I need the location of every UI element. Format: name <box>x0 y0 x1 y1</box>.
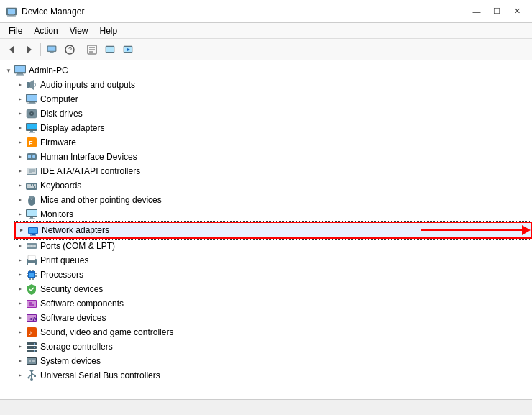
icon-audio <box>26 79 37 91</box>
chevron-ports[interactable] <box>14 240 26 252</box>
icon-softdev: </> <box>26 312 37 324</box>
tree-item-firmware[interactable]: FFirmware <box>14 135 532 150</box>
chevron-sysdev[interactable] <box>14 355 26 367</box>
close-button[interactable]: ✕ <box>508 5 526 18</box>
update-button[interactable] <box>101 42 119 58</box>
forward-icon <box>24 45 35 55</box>
chevron-print[interactable] <box>14 255 26 266</box>
svg-marker-43 <box>19 141 22 144</box>
chevron-network[interactable] <box>16 224 27 236</box>
chevron-sound[interactable] <box>14 327 26 338</box>
tree-item-sysdev[interactable]: System devices <box>14 354 532 368</box>
svg-rect-41 <box>30 131 33 132</box>
icon-sound: ♪ <box>26 327 37 338</box>
svg-rect-90 <box>29 273 34 277</box>
chevron-display[interactable] <box>14 122 26 134</box>
chevron-security[interactable] <box>14 283 26 295</box>
svg-rect-8 <box>50 51 53 52</box>
label-firmware: Firmware <box>40 137 76 147</box>
label-display: Display adapters <box>40 123 104 133</box>
scan-button[interactable] <box>119 42 137 58</box>
menu-help[interactable]: Help <box>94 24 124 37</box>
svg-marker-26 <box>19 83 22 86</box>
svg-rect-32 <box>29 102 35 104</box>
properties-button[interactable] <box>83 42 101 58</box>
tree-item-softdev[interactable]: </>Software devices <box>14 311 532 325</box>
tree-item-usb[interactable]: Universal Serial Bus controllers <box>14 368 532 383</box>
help-button[interactable]: ? <box>61 42 78 58</box>
tree-item-security[interactable]: Security devices <box>14 282 532 296</box>
svg-marker-88 <box>19 273 22 276</box>
back-button[interactable] <box>3 42 20 58</box>
tree-item-sound[interactable]: ♪Sound, video and game controllers <box>14 325 532 339</box>
chevron-usb[interactable] <box>14 370 26 381</box>
chevron-mice[interactable] <box>14 194 26 206</box>
svg-marker-56 <box>19 184 22 187</box>
chevron-storage[interactable] <box>14 341 26 352</box>
label-disk: Disk drives <box>40 109 83 119</box>
tree-item-print[interactable]: Print queues <box>14 253 532 268</box>
tree-item-monitors[interactable]: Monitors <box>14 207 532 222</box>
tree-item-computer[interactable]: Computer <box>14 92 532 106</box>
svg-point-49 <box>32 155 35 158</box>
chevron-audio[interactable] <box>14 79 26 91</box>
svg-point-131 <box>30 378 33 381</box>
svg-rect-122 <box>29 360 31 362</box>
chevron-hid[interactable] <box>14 151 26 163</box>
svg-text:?: ? <box>68 46 72 53</box>
label-print: Print queues <box>40 255 88 265</box>
tree-item-disk[interactable]: Disk drives <box>14 106 532 121</box>
minimize-button[interactable]: — <box>467 5 486 18</box>
menu-view[interactable]: View <box>64 24 94 37</box>
svg-marker-46 <box>19 155 22 158</box>
chevron-softdev[interactable] <box>14 312 26 324</box>
tree-item-ports[interactable]: Ports (COM & LPT) <box>14 239 532 253</box>
svg-rect-62 <box>27 186 29 188</box>
svg-rect-72 <box>30 217 33 219</box>
svg-rect-128 <box>34 375 36 377</box>
svg-marker-69 <box>19 213 22 216</box>
label-keyboards: Keyboards <box>40 181 81 191</box>
chevron-firmware[interactable] <box>14 137 26 148</box>
tree-item-audio[interactable]: Audio inputs and outputs <box>14 78 532 92</box>
tree-item-hid[interactable]: Human Interface Devices <box>14 150 532 164</box>
svg-rect-86 <box>28 255 35 260</box>
scan-icon <box>123 45 133 55</box>
svg-marker-126 <box>29 370 34 373</box>
forward-button[interactable] <box>21 42 38 58</box>
svg-rect-24 <box>17 73 23 75</box>
svg-rect-61 <box>34 184 36 186</box>
svg-marker-100 <box>19 302 22 305</box>
chevron-processors[interactable] <box>14 269 26 281</box>
svg-point-118 <box>34 350 35 352</box>
tree-item-display[interactable]: Display adapters <box>14 121 532 135</box>
chevron-softcomp[interactable] <box>14 298 26 309</box>
tree-item-network[interactable]: Network adapters <box>14 222 532 239</box>
svg-rect-71 <box>27 210 37 216</box>
menu-file[interactable]: File <box>3 24 28 37</box>
chevron-disk[interactable] <box>14 108 26 119</box>
icon-processors <box>26 269 37 281</box>
device-manager-button[interactable] <box>43 42 60 58</box>
tree-item-softcomp[interactable]: Software components <box>14 296 532 311</box>
icon-ide <box>26 165 37 177</box>
chevron-ide[interactable] <box>14 165 26 177</box>
tree-item-ide[interactable]: IDE ATA/ATAPI controllers <box>14 164 532 178</box>
icon-computer <box>26 94 37 105</box>
tree-item-processors[interactable]: Processors <box>14 268 532 282</box>
maximize-button[interactable]: ☐ <box>487 5 506 18</box>
tree-item-mice[interactable]: Mice and other pointing devices <box>14 193 532 207</box>
chevron-keyboards[interactable] <box>14 180 26 191</box>
icon-keyboards <box>26 180 37 191</box>
svg-marker-124 <box>19 374 22 377</box>
menu-action[interactable]: Action <box>28 24 63 37</box>
tree-item-storage[interactable]: Storage controllers <box>14 339 532 354</box>
annotation-arrow <box>421 225 531 235</box>
svg-rect-7 <box>48 46 56 50</box>
tree-item-keyboards[interactable]: Keyboards <box>14 178 532 193</box>
tree-root-item[interactable]: ▼ Admin-PC <box>3 63 532 78</box>
svg-rect-33 <box>27 104 36 104</box>
svg-rect-27 <box>27 82 30 88</box>
chevron-computer[interactable] <box>14 94 26 105</box>
chevron-monitors[interactable] <box>14 209 26 220</box>
